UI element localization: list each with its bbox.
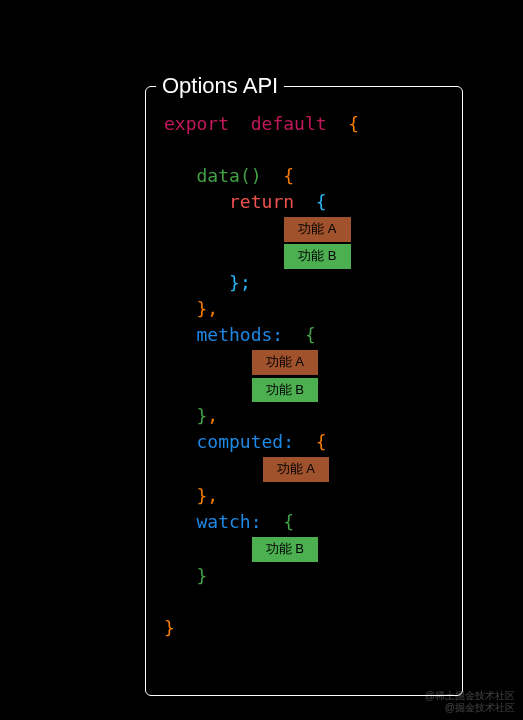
brace: { [316,431,327,452]
feature-a-tag: 功能 A [251,349,319,376]
brace: { [348,113,359,134]
prop-watch: watch: [197,511,262,532]
feature-b-tag: 功能 B [283,243,351,270]
keyword-return: return [229,191,294,212]
comma: , [207,485,218,506]
feature-a-tag: 功能 A [283,216,351,243]
brace: } [197,298,208,319]
brace: } [197,405,208,426]
brace: { [283,511,294,532]
feature-b-tag: 功能 B [251,377,319,404]
comma: , [207,298,218,319]
brace: { [283,165,294,186]
comma: , [207,405,218,426]
watermark: @稀土掘金技术社区 @掘金技术社区 [425,690,515,714]
watermark-line: @稀土掘金技术社区 [425,690,515,702]
fn-data: data [197,165,240,186]
options-api-panel: Options API export default { data() { re… [145,86,463,696]
brace: } [229,272,240,293]
watermark-line: @掘金技术社区 [425,702,515,714]
code-block: export default { data() { return { 功能 A … [164,111,359,641]
keyword-default: default [251,113,327,134]
prop-computed: computed: [197,431,295,452]
keyword-export: export [164,113,229,134]
prop-methods: methods: [197,324,284,345]
panel-title: Options API [156,73,284,99]
feature-a-tag: 功能 A [262,456,330,483]
paren: () [240,165,262,186]
brace: } [197,565,208,586]
brace: } [197,485,208,506]
brace: } [164,617,175,638]
feature-b-tag: 功能 B [251,536,319,563]
brace: { [305,324,316,345]
semicolon: ; [240,272,251,293]
brace: { [316,191,327,212]
